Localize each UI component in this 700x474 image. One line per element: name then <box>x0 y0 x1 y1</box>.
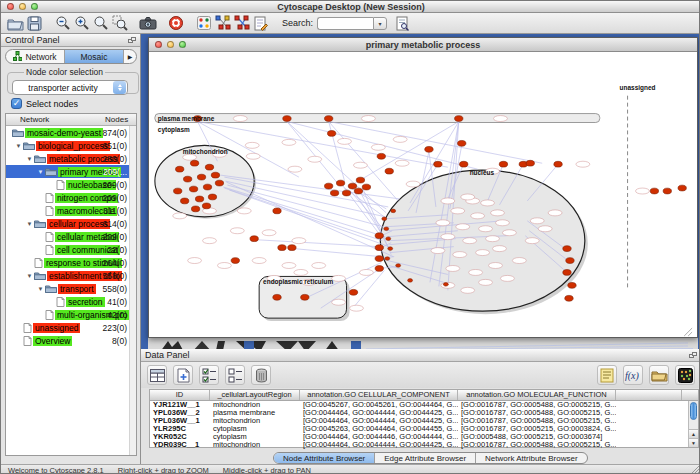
table-cell[interactable]: [GO:0016787, GO:0005215, GO:0003824, G..… <box>458 425 616 433</box>
table-cell[interactable]: [GO:0016787, GO:0005488, GO:0005215, G..… <box>458 417 616 425</box>
tree-row[interactable]: Overview8(0) <box>6 334 129 347</box>
table-cell[interactable]: YPL036W__1 <box>150 417 210 425</box>
expand-arrow-icon[interactable]: ▼ <box>25 273 34 279</box>
vizmapper-icon[interactable] <box>194 14 213 32</box>
table-row[interactable]: YPL036W__2plasma membrane[GO:0044464, GO… <box>150 409 698 417</box>
table-cell[interactable]: mitochondrion <box>210 401 300 409</box>
search-label: Search: <box>282 18 313 28</box>
new-network-from-selected-nodes-icon[interactable] <box>213 14 232 32</box>
snapshot-icon[interactable] <box>138 14 157 32</box>
tab-node-attribute-browser[interactable]: Node Attribute Browser <box>274 453 375 463</box>
expand-arrow-icon[interactable]: ▼ <box>14 143 23 149</box>
table-row[interactable]: YPL036W__1mitochondrion[GO:0044464, GO:0… <box>150 417 698 425</box>
tab-network[interactable]: Network <box>6 50 65 63</box>
tree-row[interactable]: macromolecule311(0) <box>6 204 129 217</box>
table-row[interactable]: YLR295Ccytoplasm[GO:0045263, GO:0044464,… <box>150 425 698 433</box>
table-cell[interactable]: mitochondrion <box>210 441 300 449</box>
tree-row[interactable]: ▼biological_process651(0) <box>6 139 129 152</box>
expand-arrow-icon[interactable]: ▼ <box>25 156 34 162</box>
tree-row[interactable]: ▼primary metabo209(... <box>6 165 129 178</box>
table-cell[interactable]: YDR039C__1 <box>150 441 210 449</box>
table-cell[interactable]: [GO:0044464, GO:0044444, GO:0044425, G..… <box>300 441 458 449</box>
table-row[interactable]: YJR121W__1mitochondrion[GO:0045267, GO:0… <box>150 401 698 409</box>
table-cell[interactable]: [GO:0044464, GO:0044446, GO:0044444, G..… <box>300 433 458 441</box>
zoom-fit-icon[interactable] <box>91 14 110 32</box>
tab-network-attribute-browser[interactable]: Network Attribute Browser <box>476 453 586 463</box>
tree-row[interactable]: nitrogen compo209(0) <box>6 191 129 204</box>
tree-row[interactable]: ▼metabolic process280(0) <box>6 152 129 165</box>
search-dropdown-button[interactable]: ▾ <box>373 17 387 30</box>
select-attributes-icon[interactable] <box>199 365 219 385</box>
table-cell[interactable]: cytoplasm <box>210 425 300 433</box>
tree-row[interactable]: ▼transport558(0) <box>6 282 129 295</box>
tree-row[interactable]: secretion41(0) <box>6 295 129 308</box>
resize-grip[interactable] <box>691 465 700 474</box>
tree-row[interactable]: cellular metabol209(0) <box>6 230 129 243</box>
save-session-icon[interactable] <box>25 14 44 32</box>
tree-scrollbar[interactable] <box>129 126 136 455</box>
tab-edge-attribute-browser[interactable]: Edge Attribute Browser <box>375 453 476 463</box>
table-cell[interactable]: [GO:0016787, GO:0005488, GO:0005215, G..… <box>458 409 616 417</box>
attribute-notes-icon[interactable] <box>597 365 617 385</box>
table-row[interactable]: YKR052Ccytoplasm[GO:0044464, GO:0044446,… <box>150 433 698 441</box>
table-cell[interactable]: [GO:0016787, GO:0005488, GO:0005215, G..… <box>458 401 616 409</box>
zoom-out-icon[interactable] <box>53 14 72 32</box>
zoom-selected-icon[interactable] <box>110 14 129 32</box>
unselect-attributes-icon[interactable] <box>225 365 245 385</box>
new-attribute-icon[interactable] <box>173 365 193 385</box>
table-cell[interactable]: YLR295C <box>150 425 210 433</box>
help-icon[interactable] <box>166 14 185 32</box>
float-data-panel-icon[interactable] <box>689 352 697 359</box>
open-file-icon[interactable] <box>6 14 25 32</box>
node-color-dropdown[interactable]: transporter activity <box>12 80 128 95</box>
expand-arrow-icon[interactable]: ▼ <box>36 169 45 175</box>
tab-overflow-arrow-icon[interactable]: ▶ <box>124 50 136 63</box>
attribute-matrix-icon[interactable] <box>675 365 695 385</box>
table-scrollbar-thumb[interactable] <box>690 402 697 420</box>
float-panel-icon[interactable] <box>128 37 136 44</box>
table-cell[interactable]: [GO:0005488, GO:0005215, GO:0003674] <box>458 433 616 441</box>
column-header[interactable]: annotation.GO MOLECULAR_FUNCTION <box>458 390 616 400</box>
column-header[interactable]: _cellularLayoutRegion <box>210 390 300 400</box>
table-cell[interactable]: [GO:0016787, GO:0005488, GO:0005215, G..… <box>458 441 616 449</box>
table-cell[interactable]: [GO:0044464, GO:0044444, GO:0044425, G..… <box>300 417 458 425</box>
tree-row[interactable]: ▼cellular process614(0) <box>6 217 129 230</box>
table-cell[interactable]: YPL036W__2 <box>150 409 210 417</box>
delete-attribute-icon[interactable] <box>251 365 271 385</box>
tab-mosaic[interactable]: Mosaic <box>65 50 124 63</box>
new-network-from-selected-edges-icon[interactable] <box>232 14 251 32</box>
table-cell[interactable]: YKR052C <box>150 433 210 441</box>
expand-arrow-icon[interactable]: ▼ <box>36 286 45 292</box>
network-view-titlebar[interactable]: primary metabolic process <box>149 38 697 52</box>
table-cell[interactable]: [GO:0044464, GO:0044444, GO:0044425, G..… <box>300 409 458 417</box>
select-nodes-checkbox[interactable]: ✓ <box>11 98 22 109</box>
tree-row[interactable]: unassigned223(0) <box>6 321 129 334</box>
search-input[interactable] <box>317 17 373 30</box>
expand-arrow-icon[interactable]: ▼ <box>25 221 34 227</box>
annotation-icon[interactable] <box>251 14 270 32</box>
zoom-in-icon[interactable] <box>72 14 91 32</box>
column-header[interactable]: annotation.GO CELLULAR_COMPONENT <box>300 390 458 400</box>
tree-row[interactable]: mosaic-demo-yeast874(0) <box>6 126 129 139</box>
table-cell[interactable]: plasma membrane <box>210 409 300 417</box>
table-row[interactable]: YDR039C__1mitochondrion[GO:0044464, GO:0… <box>150 441 698 449</box>
table-cell[interactable]: [GO:0045263, GO:0044464, GO:0044455, G..… <box>300 425 458 433</box>
tree-row[interactable]: response to stimulu264(0) <box>6 256 129 269</box>
tree-row[interactable]: multi-organism pro42(0) <box>6 308 129 321</box>
table-scrollbar[interactable]: ▲ ▼ <box>688 401 698 447</box>
table-cell[interactable]: mitochondrion <box>210 417 300 425</box>
search-options-icon[interactable] <box>393 14 412 32</box>
network-canvas[interactable]: plasma membranecytoplasmmitochondrionnuc… <box>149 52 697 337</box>
tree-row[interactable]: ▼establishment of lo558(0) <box>6 269 129 282</box>
table-cell[interactable]: [GO:0045267, GO:0045261, GO:0044464, G..… <box>300 401 458 409</box>
attribute-table-icon[interactable] <box>147 365 167 385</box>
table-cell[interactable]: YJR121W__1 <box>150 401 210 409</box>
column-header[interactable]: ID <box>150 390 210 400</box>
tree-row[interactable]: nucleobase-209(0) <box>6 178 129 191</box>
scroll-down-icon[interactable]: ▼ <box>689 438 698 447</box>
function-builder-icon[interactable]: f(x) <box>623 365 643 385</box>
table-cell[interactable]: cytoplasm <box>210 433 300 441</box>
tree-row[interactable]: cell communicat22(0) <box>6 243 129 256</box>
scroll-up-icon[interactable]: ▲ <box>689 429 698 438</box>
import-attributes-icon[interactable] <box>649 365 669 385</box>
